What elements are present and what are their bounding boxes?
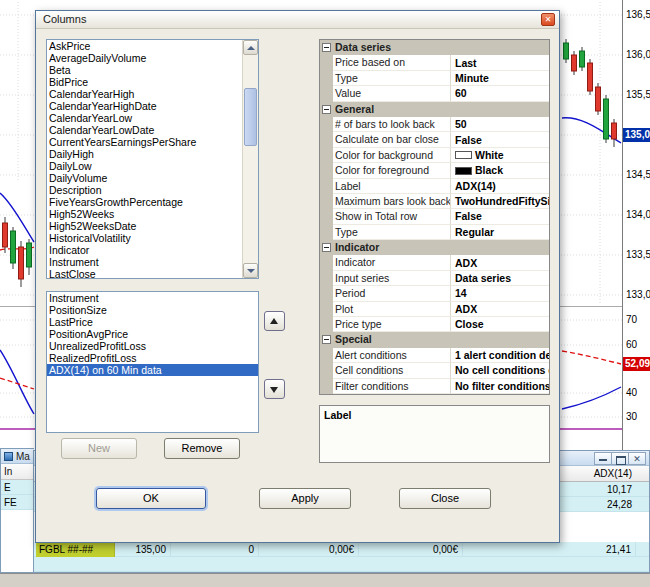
- property-row[interactable]: # of bars to look back 50: [320, 117, 549, 132]
- property-value[interactable]: Close: [451, 317, 549, 332]
- property-value[interactable]: 14: [451, 286, 549, 301]
- available-column-item[interactable]: DailyVolume: [47, 172, 242, 184]
- available-column-item[interactable]: DailyHigh: [47, 148, 242, 160]
- property-row[interactable]: Data series: [320, 40, 549, 55]
- property-value[interactable]: 60: [451, 86, 549, 101]
- cell-instrument[interactable]: FGBL ##-##: [36, 542, 115, 557]
- cell-unrealized-pl[interactable]: 0,00€: [359, 542, 463, 557]
- scrollbar-down-icon[interactable]: [243, 263, 258, 278]
- available-column-item[interactable]: BidPrice: [47, 76, 242, 88]
- back-window-titlebar[interactable]: Ma: [1, 449, 34, 464]
- property-value[interactable]: No filter conditions defined: [451, 379, 549, 394]
- property-value[interactable]: Last: [451, 55, 549, 70]
- property-row[interactable]: Color for background White: [320, 148, 549, 163]
- property-value[interactable]: Regular: [451, 225, 549, 240]
- property-row[interactable]: Price type Close: [320, 317, 549, 332]
- property-value[interactable]: ADX(14): [451, 179, 549, 194]
- property-row[interactable]: Color for foreground Black: [320, 163, 549, 178]
- property-value[interactable]: Minute: [451, 71, 549, 86]
- move-up-button[interactable]: [264, 311, 285, 331]
- table-row[interactable]: [34, 557, 649, 572]
- property-value[interactable]: TwoHundredFiftySix: [451, 194, 549, 209]
- collapse-icon[interactable]: [322, 43, 331, 52]
- table-row[interactable]: [1, 525, 34, 540]
- market-analyzer-back-window[interactable]: Ma In E FE: [0, 448, 34, 573]
- available-column-item[interactable]: Instrument: [47, 256, 242, 268]
- available-column-item[interactable]: HistoricalVolatility: [47, 232, 242, 244]
- available-column-item[interactable]: CalendarYearLowDate: [47, 124, 242, 136]
- available-column-item[interactable]: CalendarYearHighDate: [47, 100, 242, 112]
- property-row[interactable]: Cell conditions No cell conditions defin…: [320, 363, 549, 378]
- selected-column-item[interactable]: Instrument: [47, 292, 258, 304]
- available-column-item[interactable]: FiveYearsGrowthPercentage: [47, 196, 242, 208]
- property-value[interactable]: No cell conditions defined: [451, 363, 549, 378]
- property-row[interactable]: Alert conditions 1 alert condition defin…: [320, 348, 549, 363]
- dialog-close-icon[interactable]: ✕: [541, 13, 555, 26]
- available-column-item[interactable]: AskPrice: [47, 40, 242, 52]
- property-value[interactable]: False: [451, 132, 549, 147]
- table-row[interactable]: [1, 510, 34, 525]
- close-icon[interactable]: [628, 452, 646, 465]
- property-row[interactable]: Indicator ADX: [320, 255, 549, 270]
- collapse-icon[interactable]: [322, 335, 331, 344]
- cell-avg-price[interactable]: 0,00€: [259, 542, 359, 557]
- close-button[interactable]: Close: [399, 488, 491, 509]
- selected-column-item[interactable]: PositionSize: [47, 304, 258, 316]
- available-columns-list[interactable]: AskPriceAverageDailyVolumeBetaBidPriceCa…: [46, 39, 259, 279]
- selected-column-item[interactable]: UnrealizedProfitLoss: [47, 340, 258, 352]
- property-value[interactable]: ADX: [451, 255, 549, 270]
- property-row[interactable]: Show in Total row False: [320, 209, 549, 224]
- selected-column-item[interactable]: LastPrice: [47, 316, 258, 328]
- available-column-item[interactable]: LastClose: [47, 268, 242, 278]
- available-column-item[interactable]: AverageDailyVolume: [47, 52, 242, 64]
- property-row[interactable]: Label ADX(14): [320, 179, 549, 194]
- scrollbar[interactable]: [242, 40, 258, 278]
- scrollbar-up-icon[interactable]: [243, 40, 258, 55]
- collapse-icon[interactable]: [322, 243, 331, 252]
- selected-columns-list[interactable]: InstrumentPositionSizeLastPricePositionA…: [46, 291, 259, 433]
- property-value[interactable]: False: [451, 209, 549, 224]
- table-row[interactable]: E: [1, 480, 34, 495]
- maximize-icon[interactable]: [611, 452, 629, 465]
- available-column-item[interactable]: CalendarYearHigh: [47, 88, 242, 100]
- new-button[interactable]: New: [61, 438, 137, 459]
- property-value[interactable]: White: [451, 148, 549, 163]
- property-row[interactable]: Value 60: [320, 86, 549, 101]
- available-column-item[interactable]: DailyLow: [47, 160, 242, 172]
- remove-button[interactable]: Remove: [164, 438, 240, 459]
- property-value[interactable]: Black: [451, 163, 549, 178]
- available-column-item[interactable]: Indicator: [47, 244, 242, 256]
- property-value[interactable]: ADX: [451, 302, 549, 317]
- minimize-icon[interactable]: [594, 452, 612, 465]
- property-row[interactable]: Indicator: [320, 240, 549, 255]
- property-value[interactable]: Data series: [451, 271, 549, 286]
- available-column-item[interactable]: CurrentYearsEarningsPerShare: [47, 136, 242, 148]
- property-row[interactable]: Special: [320, 332, 549, 347]
- property-row[interactable]: Type Minute: [320, 71, 549, 86]
- selected-column-item[interactable]: ADX(14) on 60 Min data: [47, 364, 258, 376]
- cell-last-price[interactable]: 135,00: [115, 542, 171, 557]
- cell-position-size[interactable]: 0: [171, 542, 259, 557]
- apply-button[interactable]: Apply: [259, 488, 351, 509]
- property-row[interactable]: General: [320, 102, 549, 117]
- property-row[interactable]: Input series Data series: [320, 271, 549, 286]
- available-column-item[interactable]: Description: [47, 184, 242, 196]
- property-value[interactable]: 50: [451, 117, 549, 132]
- ok-button[interactable]: OK: [96, 488, 206, 509]
- property-row[interactable]: Maximum bars look back TwoHundredFiftySi…: [320, 194, 549, 209]
- collapse-icon[interactable]: [322, 105, 331, 114]
- cell-adx[interactable]: 21,41: [463, 542, 636, 557]
- dialog-titlebar[interactable]: Columns ✕: [36, 11, 559, 29]
- move-down-button[interactable]: [264, 379, 285, 399]
- selected-column-item[interactable]: PositionAvgPrice: [47, 328, 258, 340]
- adx-column-header[interactable]: ADX(14): [594, 468, 632, 479]
- property-row[interactable]: Calculate on bar close False: [320, 132, 549, 147]
- available-column-item[interactable]: High52Weeks: [47, 208, 242, 220]
- scrollbar-thumb[interactable]: [244, 88, 257, 146]
- property-row[interactable]: Period 14: [320, 286, 549, 301]
- instrument-column-header[interactable]: In: [1, 464, 34, 480]
- property-value[interactable]: 1 alert condition defined: [451, 348, 549, 363]
- property-row[interactable]: Type Regular: [320, 225, 549, 240]
- available-column-item[interactable]: High52WeeksDate: [47, 220, 242, 232]
- property-row[interactable]: Price based on Last: [320, 55, 549, 70]
